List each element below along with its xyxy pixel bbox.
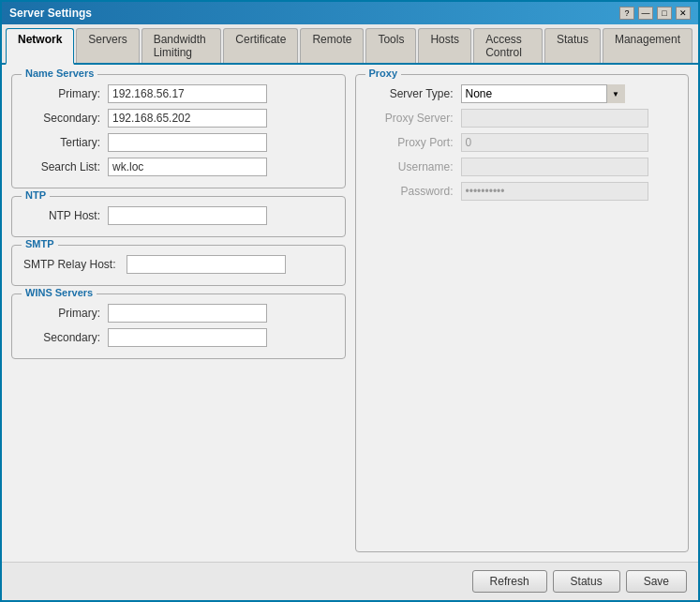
proxy-port-label: Proxy Port:	[367, 136, 461, 149]
secondary-label: Secondary:	[23, 112, 108, 125]
primary-label: Primary:	[23, 87, 108, 100]
server-settings-window: Server Settings ? — □ ✕ Network Servers …	[0, 0, 700, 602]
wins-secondary-label: Secondary:	[23, 331, 108, 344]
proxy-server-row: Proxy Server:	[367, 109, 678, 128]
smtp-relay-label: SMTP Relay Host:	[23, 258, 127, 271]
proxy-port-input[interactable]	[461, 133, 648, 152]
title-bar: Server Settings ? — □ ✕	[2, 2, 698, 24]
save-button[interactable]: Save	[626, 570, 687, 593]
tab-bar: Network Servers Bandwidth Limiting Certi…	[2, 24, 698, 65]
smtp-relay-row: SMTP Relay Host:	[23, 255, 334, 274]
proxy-server-input[interactable]	[461, 109, 648, 128]
status-button[interactable]: Status	[553, 570, 620, 593]
ntp-host-input[interactable]	[108, 206, 267, 225]
tertiary-row: Tertiary:	[23, 133, 334, 152]
username-label: Username:	[367, 160, 461, 173]
tab-certificate[interactable]: Certificate	[223, 28, 298, 63]
search-list-input[interactable]	[108, 158, 267, 176]
tab-hosts[interactable]: Hosts	[418, 28, 471, 63]
password-label: Password:	[367, 185, 461, 198]
server-type-row: Server Type: None HTTP SOCKS4 SOCKS5 ▼	[367, 84, 678, 103]
name-servers-title: Name Servers	[22, 68, 97, 79]
tab-network[interactable]: Network	[6, 28, 74, 65]
smtp-relay-input[interactable]	[127, 255, 286, 274]
help-button[interactable]: ?	[619, 7, 634, 20]
ntp-group: NTP NTP Host:	[11, 196, 346, 237]
proxy-title: Proxy	[365, 68, 402, 79]
ntp-host-label: NTP Host:	[23, 209, 108, 222]
wins-title: WINS Servers	[22, 287, 97, 298]
title-bar-controls: ? — □ ✕	[619, 7, 691, 20]
ntp-title: NTP	[22, 189, 50, 201]
name-servers-group: Name Servers Primary: Secondary: Tertiar…	[11, 74, 346, 188]
tab-bandwidth[interactable]: Bandwidth Limiting	[141, 28, 222, 63]
close-button[interactable]: ✕	[676, 7, 691, 20]
smtp-title: SMTP	[22, 238, 58, 249]
wins-primary-label: Primary:	[23, 307, 108, 320]
wins-group: WINS Servers Primary: Secondary:	[11, 293, 346, 359]
left-panel: Name Servers Primary: Secondary: Tertiar…	[11, 74, 346, 552]
proxy-server-label: Proxy Server:	[367, 112, 461, 125]
username-row: Username:	[367, 158, 678, 176]
username-input[interactable]	[461, 158, 648, 176]
smtp-group: SMTP SMTP Relay Host:	[11, 245, 346, 286]
wins-primary-row: Primary:	[23, 304, 334, 323]
wins-secondary-row: Secondary:	[23, 328, 334, 347]
tab-access-control[interactable]: Access Control	[473, 28, 543, 63]
tertiary-input[interactable]	[108, 133, 267, 152]
footer: Refresh Status Save	[2, 562, 698, 600]
restore-button[interactable]: □	[657, 7, 672, 20]
password-input[interactable]	[461, 182, 648, 201]
window-title: Server Settings	[9, 7, 92, 20]
refresh-button[interactable]: Refresh	[472, 570, 547, 593]
proxy-group: Proxy Server Type: None HTTP SOCKS4 SOCK…	[355, 74, 690, 552]
primary-input[interactable]	[108, 84, 267, 103]
search-list-row: Search List:	[23, 158, 334, 176]
server-type-select-container: None HTTP SOCKS4 SOCKS5 ▼	[461, 84, 625, 103]
search-list-label: Search List:	[23, 160, 108, 173]
main-content: Name Servers Primary: Secondary: Tertiar…	[2, 65, 698, 562]
wins-secondary-input[interactable]	[108, 328, 267, 347]
server-type-label: Server Type:	[367, 87, 461, 100]
right-panel: Proxy Server Type: None HTTP SOCKS4 SOCK…	[355, 74, 690, 552]
primary-row: Primary:	[23, 84, 334, 103]
secondary-input[interactable]	[108, 109, 267, 128]
tertiary-label: Tertiary:	[23, 136, 108, 149]
tab-status[interactable]: Status	[544, 28, 601, 63]
tab-management[interactable]: Management	[603, 28, 693, 63]
wins-primary-input[interactable]	[108, 304, 267, 323]
ntp-host-row: NTP Host:	[23, 206, 334, 225]
minimize-button[interactable]: —	[638, 7, 653, 20]
password-row: Password:	[367, 182, 678, 201]
proxy-port-row: Proxy Port:	[367, 133, 678, 152]
server-type-select[interactable]: None HTTP SOCKS4 SOCKS5	[461, 84, 625, 103]
secondary-row: Secondary:	[23, 109, 334, 128]
tab-remote[interactable]: Remote	[300, 28, 364, 63]
tab-servers[interactable]: Servers	[76, 28, 139, 63]
tab-tools[interactable]: Tools	[365, 28, 416, 63]
